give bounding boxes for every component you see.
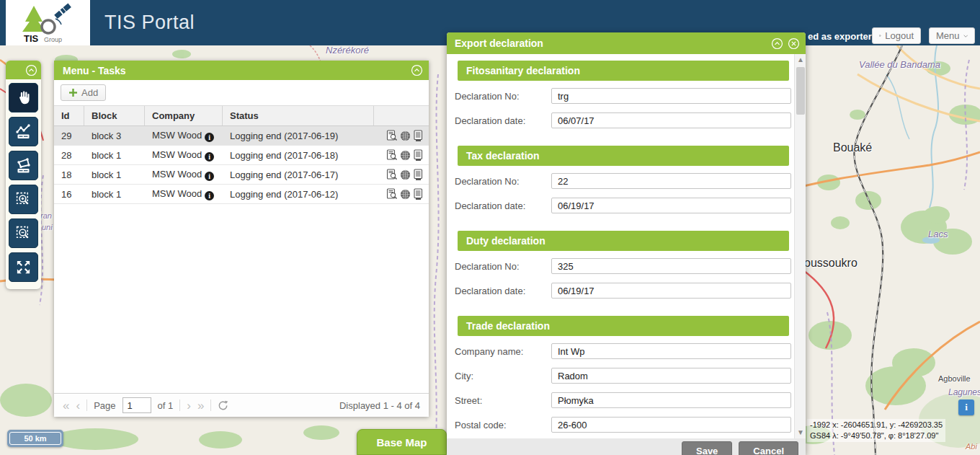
scrollbar-thumb[interactable] xyxy=(796,67,805,115)
last-page-button[interactable]: » xyxy=(197,399,204,412)
report-icon[interactable] xyxy=(412,169,424,181)
view-document-icon[interactable] xyxy=(386,169,398,181)
next-page-button[interactable]: › xyxy=(187,399,191,412)
pagination-bar: « ‹ Page of 1 › » Displayed 1 - 4 of 4 xyxy=(54,393,429,417)
tax-declaration-no-input[interactable] xyxy=(551,173,791,189)
logout-button[interactable]: Logout xyxy=(872,27,921,44)
previous-page-button[interactable]: ‹ xyxy=(76,399,80,412)
zoom-out-box-icon xyxy=(15,225,32,242)
report-icon[interactable] xyxy=(412,188,424,200)
save-button[interactable]: Save xyxy=(682,441,732,455)
divider xyxy=(86,399,87,411)
logged-as-status: ed as exporter xyxy=(808,31,872,42)
pan-tool-button[interactable] xyxy=(9,83,38,112)
add-task-button[interactable]: Add xyxy=(61,84,106,101)
map-label-fragment: Abi xyxy=(966,442,977,451)
column-header-status[interactable]: Status xyxy=(223,106,374,125)
column-header-id[interactable]: Id xyxy=(54,106,84,125)
dialog-footer: Save Cancel xyxy=(447,438,806,455)
tasks-table-empty-area xyxy=(54,204,429,393)
base-map-button[interactable]: Base Map xyxy=(357,429,447,455)
postal-code-input[interactable] xyxy=(551,417,791,433)
collapse-icon[interactable] xyxy=(411,64,423,76)
map-label: Nzérékoré xyxy=(326,45,369,56)
duty-declaration-date-input[interactable] xyxy=(551,283,791,299)
info-icon[interactable] xyxy=(205,172,214,181)
section-header-fitosanitary: Fitosanitary declaration xyxy=(458,61,789,81)
report-icon[interactable] xyxy=(412,149,424,162)
cancel-button[interactable]: Cancel xyxy=(739,441,798,455)
map-toolbar xyxy=(6,61,41,289)
close-icon[interactable] xyxy=(788,37,800,50)
table-row[interactable]: 29 block 3 MSW Wood Logging end (2017-06… xyxy=(54,126,429,146)
dialog-scrollbar[interactable]: ▲ ▼ xyxy=(794,54,806,438)
fitosanitary-declaration-date-input[interactable] xyxy=(551,112,791,128)
tax-declaration-date-input[interactable] xyxy=(551,198,791,213)
map-label: Lacs xyxy=(928,229,948,239)
duty-declaration-no-input[interactable] xyxy=(551,258,791,274)
info-icon[interactable] xyxy=(205,191,214,200)
column-header-block[interactable]: Block xyxy=(84,106,145,125)
page-title: TIS Portal xyxy=(104,12,195,34)
info-icon[interactable] xyxy=(205,133,214,142)
street-input[interactable] xyxy=(551,392,791,408)
svg-text:Group: Group xyxy=(44,36,62,43)
field-label: Company name: xyxy=(454,346,551,357)
cell-actions xyxy=(374,169,429,181)
hand-pan-icon xyxy=(15,89,32,106)
page-label: Page xyxy=(94,400,115,411)
globe-icon[interactable] xyxy=(399,130,411,142)
divider xyxy=(210,399,211,411)
company-name: MSW Wood xyxy=(152,169,202,180)
cell-actions xyxy=(374,130,429,142)
info-button[interactable]: i xyxy=(958,399,974,415)
dialog-titlebar[interactable]: Export declaration xyxy=(447,32,806,54)
company-name-input[interactable] xyxy=(551,343,791,359)
zoom-out-box-tool-button[interactable] xyxy=(9,218,38,248)
company-name: MSW Wood xyxy=(152,130,202,141)
table-row[interactable]: 18 block 1 MSW Wood Logging end (2017-06… xyxy=(54,165,429,185)
collapse-icon[interactable] xyxy=(25,64,37,76)
scroll-up-icon[interactable]: ▲ xyxy=(796,56,805,64)
measure-line-tool-button[interactable] xyxy=(9,117,38,146)
field-label: Declaration date: xyxy=(454,286,551,296)
map-label-fragment: uni xyxy=(42,223,53,231)
cell-block: block 1 xyxy=(84,150,145,161)
measure-line-icon xyxy=(15,123,32,140)
menu-button[interactable]: Menu xyxy=(929,27,975,44)
city-input[interactable] xyxy=(551,368,791,384)
scroll-down-icon[interactable]: ▼ xyxy=(796,428,805,437)
info-icon[interactable] xyxy=(205,152,214,162)
table-row[interactable]: 16 block 1 MSW Wood Logging end (2017-06… xyxy=(54,185,429,204)
view-document-icon[interactable] xyxy=(386,149,398,162)
globe-icon[interactable] xyxy=(399,188,411,200)
zoom-in-box-icon xyxy=(15,191,32,208)
field-label: Declaration date: xyxy=(454,200,551,211)
coordinates-readout: -1992 x: -2604651.91, y: -4269203.35 GS8… xyxy=(807,419,945,442)
full-extent-tool-button[interactable] xyxy=(9,252,38,282)
tasks-panel-header[interactable]: Menu - Tasks xyxy=(54,61,429,80)
tasks-panel: Menu - Tasks Add Id Block Company Status xyxy=(54,61,429,417)
menu-label: Menu xyxy=(936,30,960,41)
measure-area-tool-button[interactable] xyxy=(9,151,38,180)
tasks-panel-title: Menu - Tasks xyxy=(63,65,411,76)
fitosanitary-declaration-no-input[interactable] xyxy=(551,88,791,104)
page-number-input[interactable] xyxy=(122,397,151,413)
refresh-icon[interactable] xyxy=(218,400,228,411)
globe-icon[interactable] xyxy=(399,149,411,162)
field-label: Declaration No: xyxy=(454,261,551,272)
zoom-in-box-tool-button[interactable] xyxy=(9,185,38,214)
view-document-icon[interactable] xyxy=(386,130,398,142)
report-icon[interactable] xyxy=(412,130,424,142)
first-page-button[interactable]: « xyxy=(63,399,69,412)
view-document-icon[interactable] xyxy=(386,188,398,200)
svg-text:TIS: TIS xyxy=(24,33,39,43)
cell-block: block 1 xyxy=(84,189,145,200)
cell-status: Logging end (2017-06-18) xyxy=(223,150,374,161)
table-row[interactable]: 28 block 1 MSW Wood Logging end (2017-06… xyxy=(54,146,429,165)
globe-icon[interactable] xyxy=(399,169,411,181)
map-label: Agboville xyxy=(938,374,971,383)
column-header-company[interactable]: Company xyxy=(145,106,223,125)
collapse-icon[interactable] xyxy=(771,37,783,50)
logout-label: Logout xyxy=(885,30,914,41)
